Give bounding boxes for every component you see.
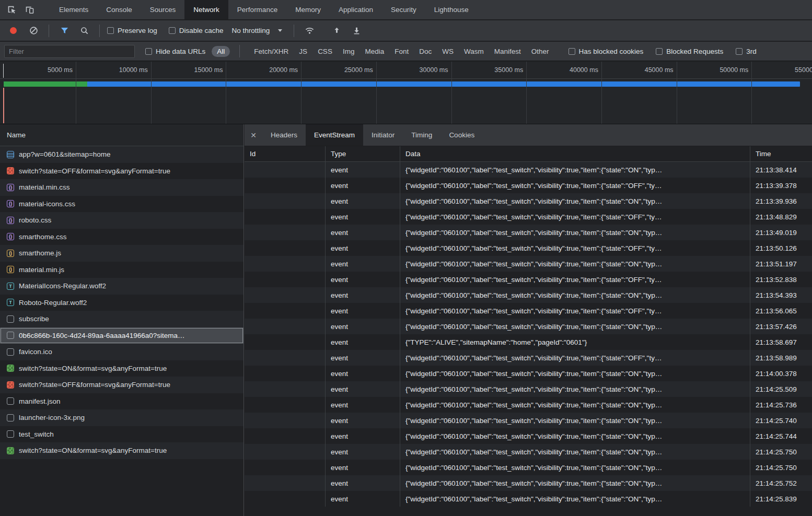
- has-blocked-cookies-checkbox[interactable]: Has blocked cookies: [569, 48, 644, 55]
- filter-type-manifest[interactable]: Manifest: [490, 45, 526, 58]
- event-row[interactable]: event{"widgetId":"060100","label":"test_…: [245, 350, 812, 366]
- request-row[interactable]: subscribe: [0, 311, 243, 327]
- event-row[interactable]: event{"widgetId":"060100","label":"test_…: [245, 413, 812, 428]
- checkbox-box[interactable]: [145, 48, 152, 55]
- filter-funnel-icon[interactable]: [56, 24, 72, 38]
- request-row[interactable]: test_switch: [0, 426, 243, 443]
- filter-type-wasm[interactable]: Wasm: [459, 45, 489, 58]
- event-row[interactable]: event{"widgetId":"060100","label":"test_…: [245, 193, 812, 209]
- request-row[interactable]: MaterialIcons-Regular.woff2: [0, 278, 243, 295]
- request-row[interactable]: switch?state=ON&format=svg&anyFormat=tru…: [0, 360, 243, 377]
- checkbox-box[interactable]: [107, 27, 114, 34]
- filter-type-font[interactable]: Font: [390, 45, 413, 58]
- event-row[interactable]: event{"widgetId":"060100","label":"test_…: [245, 272, 812, 287]
- details-tab-headers[interactable]: Headers: [262, 124, 306, 146]
- event-row[interactable]: event{"widgetId":"060100","label":"test_…: [245, 209, 812, 225]
- event-row[interactable]: event{"widgetId":"060100","label":"test_…: [245, 444, 812, 460]
- request-row[interactable]: switch?state=OFF&format=svg&anyFormat=tr…: [0, 377, 243, 393]
- tab-application[interactable]: Application: [330, 0, 382, 19]
- export-har-icon[interactable]: [349, 24, 364, 38]
- event-row[interactable]: event{"widgetId":"060100","label":"test_…: [245, 303, 812, 319]
- timeline-overview[interactable]: 5000 ms10000 ms15000 ms20000 ms25000 ms3…: [0, 62, 812, 124]
- event-row[interactable]: event{"widgetId":"060100","label":"test_…: [245, 397, 812, 413]
- event-row[interactable]: event{"widgetId":"060100","label":"test_…: [245, 319, 812, 334]
- request-row[interactable]: smarthome.js: [0, 245, 243, 262]
- record-network-log-button[interactable]: [10, 27, 17, 34]
- checkbox-box[interactable]: [736, 48, 743, 55]
- request-row[interactable]: material.min.js: [0, 262, 243, 278]
- import-har-icon[interactable]: [329, 24, 344, 38]
- filter-type-doc[interactable]: Doc: [414, 45, 436, 58]
- tab-security[interactable]: Security: [382, 0, 425, 19]
- generic-icon: [7, 332, 14, 339]
- request-row[interactable]: roboto.css: [0, 212, 243, 229]
- request-row[interactable]: material-icons.css: [0, 196, 243, 213]
- event-row[interactable]: event{"widgetId":"060100","label":"test_…: [245, 366, 812, 381]
- disable-cache-checkbox[interactable]: Disable cache: [169, 27, 224, 34]
- filter-type-other[interactable]: Other: [527, 45, 554, 58]
- request-row[interactable]: app?w=0601&sitemap=home: [0, 146, 243, 163]
- hide-data-urls-checkbox[interactable]: Hide data URLs: [145, 48, 205, 55]
- requests-column-header[interactable]: Name: [0, 124, 243, 146]
- request-row[interactable]: launcher-icon-3x.png: [0, 409, 243, 426]
- filter-type-ws[interactable]: WS: [437, 45, 458, 58]
- tab-performance[interactable]: Performance: [228, 0, 286, 19]
- throttling-select[interactable]: No throttling: [228, 27, 287, 34]
- request-row[interactable]: manifest.json: [0, 393, 243, 410]
- column-header-type[interactable]: Type: [326, 146, 400, 161]
- tab-network[interactable]: Network: [184, 0, 228, 19]
- event-row[interactable]: event{"widgetId":"060100","label":"test_…: [245, 287, 812, 303]
- event-row[interactable]: event{"widgetId":"060100","label":"test_…: [245, 162, 812, 178]
- search-icon[interactable]: [76, 24, 92, 38]
- request-row[interactable]: smarthome.css: [0, 229, 243, 245]
- checkbox-box[interactable]: [569, 48, 575, 55]
- event-row[interactable]: event{"widgetId":"060100","label":"test_…: [245, 475, 812, 491]
- request-row[interactable]: Roboto-Regular.woff2: [0, 295, 243, 311]
- event-row[interactable]: event{"widgetId":"060100","label":"test_…: [245, 381, 812, 397]
- details-tab-timing[interactable]: Timing: [403, 124, 440, 146]
- tab-console[interactable]: Console: [97, 0, 141, 19]
- filter-type-img[interactable]: Img: [338, 45, 359, 58]
- event-row[interactable]: event{"widgetId":"060100","label":"test_…: [245, 178, 812, 193]
- preserve-log-checkbox[interactable]: Preserve log: [107, 27, 157, 34]
- column-header-id[interactable]: Id: [245, 146, 326, 161]
- request-row[interactable]: material.min.css: [0, 179, 243, 196]
- details-tab-cookies[interactable]: Cookies: [440, 124, 483, 146]
- checkbox-box[interactable]: [169, 27, 176, 34]
- filter-input[interactable]: [4, 45, 135, 58]
- inspect-element-icon[interactable]: [4, 3, 20, 17]
- event-type-cell: event: [326, 366, 400, 381]
- column-header-time[interactable]: Time: [750, 146, 812, 161]
- event-row[interactable]: event{"widgetId":"060100","label":"test_…: [245, 225, 812, 240]
- request-row[interactable]: switch?state=OFF&format=svg&anyFormat=tr…: [0, 163, 243, 180]
- filter-type-js[interactable]: JS: [294, 45, 312, 58]
- toolbar-divider: [294, 25, 294, 37]
- event-row[interactable]: event{"TYPE":"ALIVE","sitemapName":"home…: [245, 334, 812, 350]
- clear-network-log-icon[interactable]: [26, 24, 41, 38]
- close-icon[interactable]: [245, 124, 262, 146]
- request-row[interactable]: switch?state=ON&format=svg&anyFormat=tru…: [0, 442, 243, 459]
- column-header-data[interactable]: Data: [400, 146, 750, 161]
- event-row[interactable]: event{"widgetId":"060100","label":"test_…: [245, 460, 812, 475]
- event-row[interactable]: event{"widgetId":"060100","label":"test_…: [245, 240, 812, 256]
- filter-type-fetch-xhr[interactable]: Fetch/XHR: [249, 45, 293, 58]
- tab-lighthouse[interactable]: Lighthouse: [425, 0, 478, 19]
- details-tab-initiator[interactable]: Initiator: [363, 124, 403, 146]
- details-tab-eventstream[interactable]: EventStream: [306, 124, 363, 146]
- event-row[interactable]: event{"widgetId":"060100","label":"test_…: [245, 256, 812, 272]
- request-row[interactable]: favicon.ico: [0, 344, 243, 360]
- checkbox-box[interactable]: [656, 48, 663, 55]
- device-toolbar-icon[interactable]: [22, 3, 38, 17]
- filter-type-all[interactable]: All: [212, 46, 230, 57]
- blocked-requests-checkbox[interactable]: Blocked Requests: [656, 48, 723, 55]
- filter-type-css[interactable]: CSS: [313, 45, 337, 58]
- third-party-requests-checkbox[interactable]: 3rd: [736, 48, 757, 55]
- filter-type-media[interactable]: Media: [360, 45, 389, 58]
- tab-memory[interactable]: Memory: [286, 0, 330, 19]
- network-conditions-icon[interactable]: [301, 24, 317, 38]
- tab-elements[interactable]: Elements: [50, 0, 97, 19]
- request-row[interactable]: 0b6c866b-160c-4d24-89aa-6aaaa41966a0?sit…: [0, 327, 243, 344]
- event-row[interactable]: event{"widgetId":"060100","label":"test_…: [245, 491, 812, 507]
- event-row[interactable]: event{"widgetId":"060100","label":"test_…: [245, 428, 812, 444]
- tab-sources[interactable]: Sources: [141, 0, 185, 19]
